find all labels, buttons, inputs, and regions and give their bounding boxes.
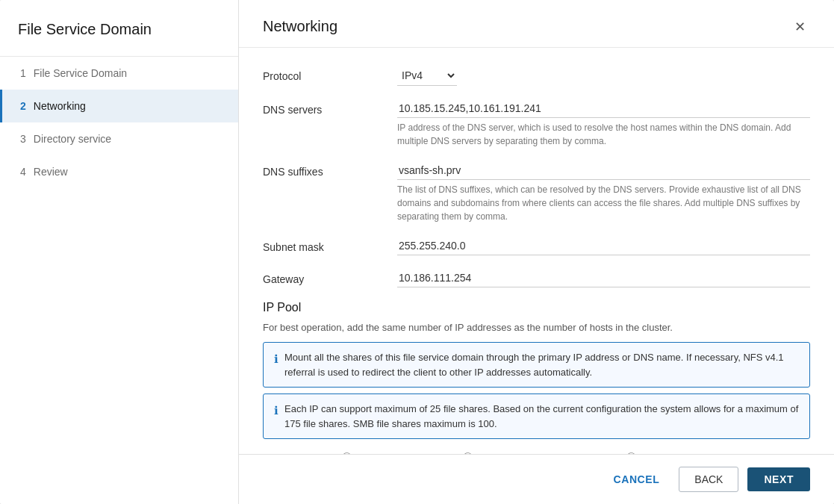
main-header: Networking ✕ [239,0,834,48]
dns-suffixes-control: The list of DNS suffixes, which can be r… [397,161,810,223]
cancel-button[interactable]: CANCEL [603,467,670,491]
info-icon-2: ℹ [274,402,278,420]
sidebar-steps: 1 File Service Domain 2 Networking 3 Dir… [0,57,238,188]
step-num-1: 1 [20,67,26,79]
main-body: Protocol IPv4 IPv6 DNS servers IP addres… [239,48,834,454]
dns-servers-row: DNS servers IP address of the DNS server… [263,99,810,148]
step-num-4: 4 [20,166,26,178]
dns-suffixes-label: DNS suffixes [263,161,397,178]
next-button[interactable]: NEXT [747,467,810,491]
step-label-2: Networking [34,100,86,112]
back-button[interactable]: BACK [679,467,738,492]
step-label-4: Review [34,166,68,178]
gateway-input[interactable] [397,269,810,287]
protocol-row: Protocol IPv4 IPv6 [263,66,810,86]
sidebar-step-2[interactable]: 2 Networking [0,90,238,122]
gateway-label: Gateway [263,269,397,285]
page-title: Networking [263,18,337,35]
protocol-select[interactable]: IPv4 IPv6 [397,66,457,86]
dialog: File Service Domain 1 File Service Domai… [0,0,834,504]
ip-table-header: Primary IP address ⓘ DNS name ⓘ LOOKUP D… [263,445,810,454]
info-text-2: Each IP can support maximum of 25 file s… [284,402,799,431]
sidebar-title: File Service Domain [0,0,238,57]
step-label-1: File Service Domain [34,67,127,79]
sidebar-step-4[interactable]: 4 Review [0,155,238,188]
main-content: Networking ✕ Protocol IPv4 IPv6 DNS serv… [239,0,834,504]
subnet-mask-row: Subnet mask [263,237,810,255]
footer: CANCEL BACK NEXT [239,454,834,504]
dns-servers-label: DNS servers [263,99,397,116]
dns-servers-control: IP address of the DNS server, which is u… [397,99,810,148]
subnet-mask-label: Subnet mask [263,237,397,253]
dns-suffixes-row: DNS suffixes The list of DNS suffixes, w… [263,161,810,223]
protocol-label: Protocol [263,66,397,82]
protocol-control: IPv4 IPv6 [397,66,810,86]
step-num-3: 3 [20,133,26,145]
step-label-3: Directory service [34,133,111,145]
ip-pool-desc: For best operation, add the same number … [263,322,810,333]
gateway-control [397,269,810,287]
info-icon-1: ℹ [274,351,278,368]
info-box-2: ℹ Each IP can support maximum of 25 file… [263,393,810,439]
info-box-1: ℹ Mount all the shares of this file serv… [263,342,810,388]
info-text-1: Mount all the shares of this file servic… [284,350,799,379]
dns-suffixes-input[interactable] [397,161,810,180]
sidebar-step-1[interactable]: 1 File Service Domain [0,57,238,90]
ip-pool-title: IP Pool [263,301,810,314]
close-button[interactable]: ✕ [790,19,810,35]
subnet-mask-input[interactable] [397,237,810,255]
dns-servers-hint: IP address of the DNS server, which is u… [397,121,810,148]
sidebar: File Service Domain 1 File Service Domai… [0,0,239,504]
step-num-2: 2 [20,100,26,112]
sidebar-step-3[interactable]: 3 Directory service [0,122,238,155]
gateway-row: Gateway [263,269,810,287]
subnet-mask-control [397,237,810,255]
dns-suffixes-hint: The list of DNS suffixes, which can be r… [397,183,810,223]
dns-servers-input[interactable] [397,99,810,118]
